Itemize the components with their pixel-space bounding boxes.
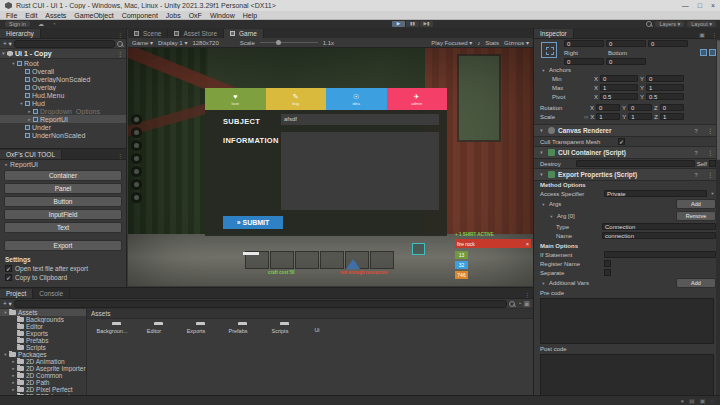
hotbar-slot[interactable] [270,251,294,269]
asset-folder-tile[interactable]: Prefabs [221,325,255,334]
canvas-renderer-header[interactable]: ▾ Canvas Renderer ? ⋮ [534,124,720,137]
link-scale-icon[interactable]: ∞ [584,114,588,120]
cloud-icon[interactable]: ☁ [38,20,44,28]
destroy-field[interactable] [576,160,695,167]
pos-field[interactable]: 0 [606,40,646,47]
hierarchy-menu-icon[interactable]: ⋮ [114,31,126,38]
rot-y-field[interactable]: 0 [628,104,652,111]
menu-item[interactable]: Window [210,12,235,19]
activity-status-icon[interactable]: ◌ [710,398,714,404]
project-tree-item[interactable]: Exports [0,330,86,337]
project-tree-item[interactable]: Editor [0,323,86,330]
hierarchy-create-button[interactable]: + ▾ [3,40,12,48]
foldout-arrow-icon[interactable]: ▸ [3,162,10,167]
collab-status-icon[interactable]: ▣ [700,397,706,404]
menu-item[interactable]: Jobs [166,12,181,19]
foldout-arrow-icon[interactable]: ▾ [2,352,9,357]
close-button[interactable]: × [711,2,715,9]
inspector-menu-icon[interactable]: ⋮ [708,31,720,38]
tab-asset-store[interactable]: Asset Store [168,29,224,38]
project-search-input[interactable] [14,300,507,308]
register-name-checkbox[interactable] [604,260,611,267]
minimize-button[interactable]: — [682,2,689,9]
export-button[interactable]: Export [4,240,122,251]
menu-item[interactable]: Help [243,12,257,19]
report-category-button[interactable]: ✎ bug [266,88,327,110]
breadcrumb[interactable]: Assets [91,310,111,317]
hierarchy-item[interactable]: OverlayNonScaled [0,75,126,83]
name-field[interactable]: connection [602,232,716,239]
project-create-button[interactable]: + ▾ [3,300,12,308]
foldout-arrow-icon[interactable]: ▾ [540,281,547,286]
hierarchy-item[interactable]: Overall [0,67,126,75]
services-icon[interactable]: ◔ [52,20,56,28]
asset-folder-tile[interactable]: Exports [179,325,213,334]
tab-game[interactable]: Game [224,29,264,38]
maximize-button[interactable]: □ [698,2,702,9]
foldout-arrow-icon[interactable]: ▾ [540,68,547,73]
tab-cui-tool[interactable]: OxF's CUI TOOL [0,150,62,159]
resolution-dropdown[interactable]: 1280x720 [192,40,218,46]
scene-menu-icon[interactable]: ⋮ [114,50,126,57]
project-tree-item[interactable]: Prefabs [0,337,86,344]
asset-prefab-tile[interactable]: Ui [300,324,334,333]
foldout-arrow-icon[interactable]: ▸ [26,109,33,114]
pause-button[interactable]: ▮▮ [406,21,419,27]
menu-item[interactable]: File [6,12,17,19]
type-field[interactable]: Connection [602,223,716,230]
access-specifier-dropdown[interactable]: Private [604,190,707,197]
foldout-arrow-icon[interactable]: ▸ [26,117,33,122]
pre-code-textarea[interactable] [540,298,714,344]
tab-console[interactable]: Console [33,289,70,298]
separate-checkbox[interactable] [604,269,611,276]
cui-container-header[interactable]: ▾ CUI Container (Script) ? ⋮ [534,146,720,159]
play-button[interactable]: ▶ [392,21,405,27]
foldout-arrow-icon[interactable]: ▸ [10,387,17,392]
foldout-arrow-icon[interactable]: ▸ [10,373,17,378]
layout-dropdown[interactable]: Layout ▾ [687,21,716,27]
project-tree-item[interactable]: ▸ 2D Path [0,379,86,386]
anchor-preset-icon[interactable] [541,42,557,58]
tab-inspector[interactable]: Inspector [534,29,574,38]
project-menu-icon[interactable]: ⋮ [521,291,533,298]
hierarchy-item[interactable]: UnderNonScaled [0,131,126,139]
foldout-arrow-icon[interactable]: ▾ [0,51,7,56]
foldout-arrow-icon[interactable]: ▸ [10,359,17,364]
additional-vars-add-button[interactable]: Add [676,278,716,288]
report-category-button[interactable]: ♥ love [205,88,266,110]
max-x-field[interactable]: 1 [600,84,638,91]
project-tree-item[interactable]: Backgrounds [0,316,86,323]
hierarchy-item[interactable]: Overlay [0,83,126,91]
mute-audio-icon[interactable]: ♪ [477,40,480,46]
hierarchy-search-input[interactable] [14,40,115,48]
hierarchy-item[interactable]: Under [0,123,126,131]
foldout-arrow-icon[interactable]: ▾ [538,172,545,177]
pivot-y-field[interactable]: 0.5 [646,93,684,100]
information-textarea[interactable] [281,132,439,210]
arg0-remove-button[interactable]: Remove [676,211,716,221]
layers-dropdown[interactable]: Layers ▾ [655,21,684,27]
menu-item[interactable]: Assets [45,12,66,19]
report-category-button[interactable]: ☉ idea [326,88,387,110]
hotbar-slot[interactable] [295,251,319,269]
hotbar-slot[interactable] [245,251,269,269]
scale-y-field[interactable]: 1 [628,113,652,120]
cui-create-button[interactable]: Container [4,170,122,181]
cui-tool-menu-icon[interactable]: ⋮ [114,152,126,159]
foldout-arrow-icon[interactable]: ▸ [10,366,17,371]
project-tree-item[interactable]: ▸ 2D Aseprite Importer [0,365,86,372]
project-tree-item[interactable]: ▾ Packages [0,351,86,358]
lock-icon[interactable]: ▣ [523,300,530,308]
hidden-packages-icon[interactable]: ◔ [517,300,521,307]
hud-circle-button[interactable] [131,179,142,190]
foldout-arrow-icon[interactable]: ▾ [18,101,25,106]
game-mode-dropdown[interactable]: Game ▾ [132,39,153,46]
max-y-field[interactable]: 1 [646,84,684,91]
foldout-arrow-icon[interactable]: ▾ [538,128,545,133]
self-checkbox[interactable] [709,160,716,167]
foldout-arrow-icon[interactable]: ▾ [538,150,545,155]
hud-circle-button[interactable] [131,166,142,177]
inspector-lock-icon[interactable]: ▣ [696,31,708,38]
hotbar-slot[interactable] [320,251,344,269]
console-status-icon[interactable]: ● [680,398,684,404]
